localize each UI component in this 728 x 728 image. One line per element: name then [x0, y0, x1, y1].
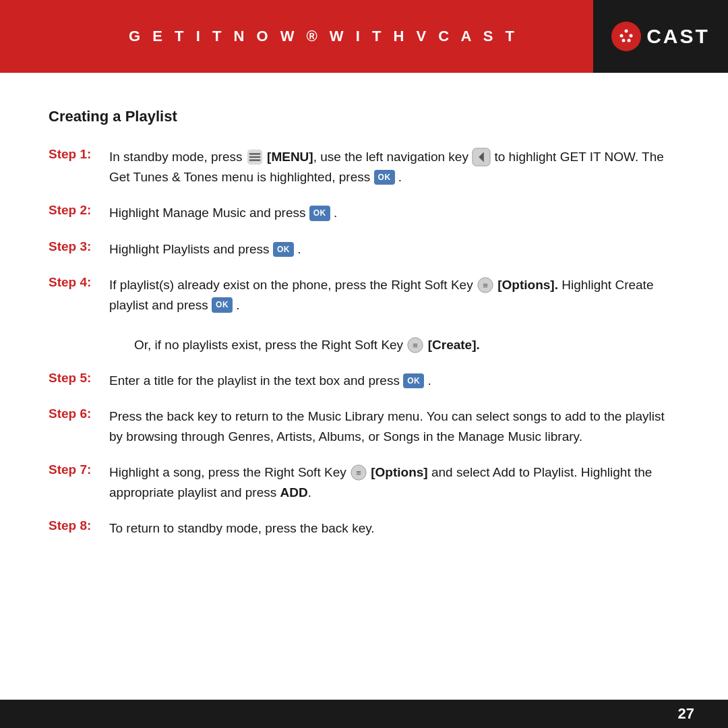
step-4-label: Step 4:: [49, 275, 109, 290]
main-content: Creating a Playlist Step 1: In standby m…: [0, 73, 728, 590]
svg-point-4: [622, 39, 626, 42]
step-7: Step 7: Highlight a song, press the Righ…: [49, 462, 679, 502]
header-logo: CAST: [593, 0, 728, 73]
step-3: Step 3: Highlight Playlists and press OK…: [49, 239, 679, 259]
step-1-content: In standby mode, press [MENU], use the l…: [109, 147, 679, 187]
step-7-content: Highlight a song, press the Right Soft K…: [109, 462, 679, 502]
step-1: Step 1: In standby mode, press [MENU], u…: [49, 147, 679, 187]
ok-icon-2: OK: [309, 206, 330, 221]
section-title: Creating a Playlist: [49, 108, 679, 125]
step-3-content: Highlight Playlists and press OK .: [109, 239, 679, 259]
step-7-label: Step 7:: [49, 462, 109, 477]
step-1-label: Step 1:: [49, 147, 109, 162]
step-8-content: To return to standby mode, press the bac…: [109, 518, 679, 538]
svg-point-2: [620, 34, 624, 38]
header-title: G E T I T N O W ® W I T H V C A S T: [0, 28, 593, 45]
step-8-label: Step 8:: [49, 518, 109, 533]
svg-point-1: [625, 30, 628, 33]
step-6-label: Step 6:: [49, 406, 109, 421]
nav-left-icon: [472, 148, 491, 166]
step-7-options-label: [Options]: [371, 465, 427, 479]
step-5: Step 5: Enter a title for the playlist i…: [49, 371, 679, 390]
vcast-logo-icon: [611, 22, 641, 51]
header: G E T I T N O W ® W I T H V C A S T CAST: [0, 0, 728, 73]
step-2-label: Step 2:: [49, 203, 109, 218]
footer-bar: 27: [0, 700, 728, 728]
step-3-label: Step 3:: [49, 239, 109, 254]
svg-point-3: [630, 34, 633, 38]
step-4-create-label: [Create].: [428, 338, 480, 352]
step-5-label: Step 5:: [49, 371, 109, 386]
svg-point-5: [628, 39, 631, 42]
step-6-content: Press the back key to return to the Musi…: [109, 406, 679, 446]
ok-icon-1: OK: [374, 170, 395, 185]
step-7-add-label: ADD: [280, 485, 307, 499]
step-6: Step 6: Press the back key to return to …: [49, 406, 679, 446]
svg-point-0: [615, 25, 638, 48]
ok-icon-3: OK: [273, 242, 294, 257]
logo-text: CAST: [646, 25, 710, 48]
svg-text:≡: ≡: [356, 468, 361, 478]
step-2: Step 2: Highlight Manage Music and press…: [49, 203, 679, 222]
soft-key-icon-4b: ≡: [406, 336, 424, 354]
ok-icon-4: OK: [212, 297, 233, 313]
step-4-content: If playlist(s) already exist on the phon…: [109, 275, 679, 355]
step-5-content: Enter a title for the playlist in the te…: [109, 371, 679, 390]
page-number: 27: [678, 705, 694, 723]
step-1-menu-label: [MENU]: [267, 150, 313, 164]
svg-text:≡: ≡: [483, 280, 488, 291]
svg-text:≡: ≡: [413, 340, 419, 350]
step-4-options-label: [Options].: [497, 278, 558, 292]
step-8: Step 8: To return to standby mode, press…: [49, 518, 679, 538]
step-4: Step 4: If playlist(s) already exist on …: [49, 275, 679, 355]
step-2-content: Highlight Manage Music and press OK .: [109, 203, 679, 222]
soft-key-icon-4a: ≡: [477, 276, 494, 294]
menu-icon: [246, 148, 264, 166]
soft-key-icon-7: ≡: [350, 464, 367, 481]
ok-icon-5: OK: [403, 373, 424, 389]
